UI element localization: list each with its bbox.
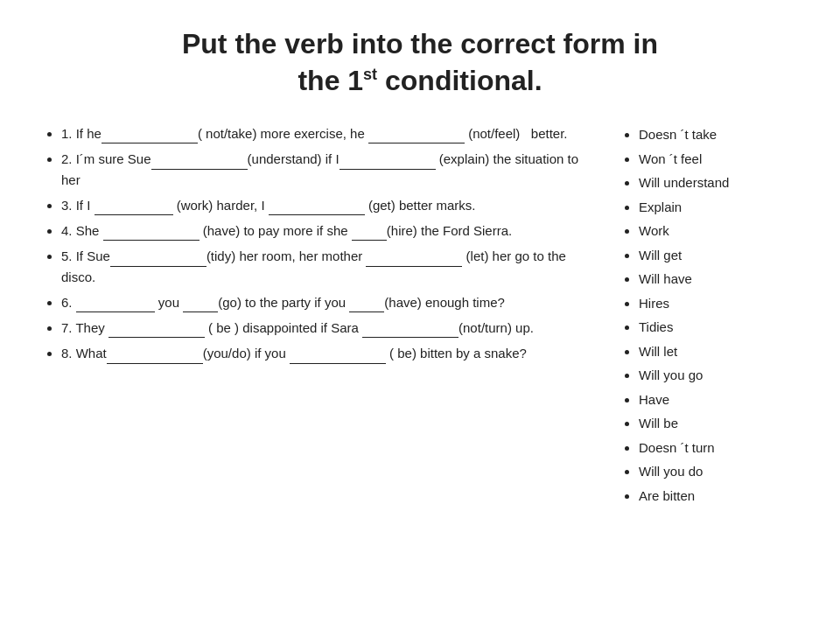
questions-section: 1. If he( not/take) more exercise, he (n…	[35, 123, 595, 369]
blank-5a	[110, 255, 206, 267]
blank-7a	[108, 326, 205, 338]
questions-list: 1. If he( not/take) more exercise, he (n…	[44, 123, 595, 364]
question-6: 6. you (go) to the party if you (have) e…	[61, 292, 595, 312]
answer-4: Explain	[639, 196, 805, 219]
answer-7: Will have	[639, 268, 805, 290]
blank-2b	[340, 158, 436, 170]
question-4: 4. She (have) to pay more if she (hire) …	[61, 220, 595, 241]
question-3: 3. If I (work) harder, I (get) better ma…	[61, 195, 595, 215]
answer-6: Will get	[639, 244, 805, 267]
blank-4b	[352, 228, 387, 241]
answer-11: Will you go	[639, 364, 805, 387]
main-content: 1. If he( not/take) more exercise, he (n…	[35, 123, 805, 508]
answer-10: Will let	[639, 340, 805, 363]
blank-7b	[362, 326, 458, 338]
blank-6c	[349, 300, 384, 312]
page-title: Put the verb into the correct form in th…	[35, 26, 805, 99]
blank-1b	[368, 131, 465, 144]
answer-8: Hires	[639, 292, 805, 315]
answer-15: Will you do	[639, 460, 805, 483]
question-5: 5. If Sue(tidy) her room, her mother (le…	[61, 246, 595, 287]
question-8: 8. What(you/do) if you ( be) bitten by a…	[61, 343, 595, 363]
answers-list: Doesn ´t takeWon ´t feelWill understandE…	[621, 123, 805, 507]
answer-13: Will be	[639, 412, 805, 435]
blank-5b	[366, 255, 462, 267]
answer-3: Will understand	[639, 172, 805, 194]
question-2: 2. I´m sure Sue(understand) if I (explai…	[61, 149, 595, 190]
blank-6b	[183, 300, 218, 312]
answer-1: Doesn ´t take	[639, 123, 805, 146]
blank-8b	[290, 352, 386, 364]
answer-16: Are bitten	[639, 485, 805, 508]
blank-6a	[76, 300, 155, 312]
answer-5: Work	[639, 220, 805, 242]
question-7: 7. They ( be ) disappointed if Sara (not…	[61, 318, 595, 338]
blank-3b	[269, 203, 365, 215]
blank-2a	[151, 158, 248, 170]
blank-3a	[94, 203, 173, 215]
answer-9: Tidies	[639, 316, 805, 339]
answer-14: Doesn ´t turn	[639, 437, 805, 459]
blank-8a	[107, 352, 203, 364]
blank-4a	[103, 228, 200, 241]
question-1: 1. If he( not/take) more exercise, he (n…	[61, 123, 595, 144]
answer-2: Won ´t feel	[639, 148, 805, 171]
answer-12: Have	[639, 388, 805, 411]
blank-1a	[102, 131, 198, 144]
answers-section: Doesn ´t takeWon ´t feelWill understandE…	[612, 123, 805, 508]
